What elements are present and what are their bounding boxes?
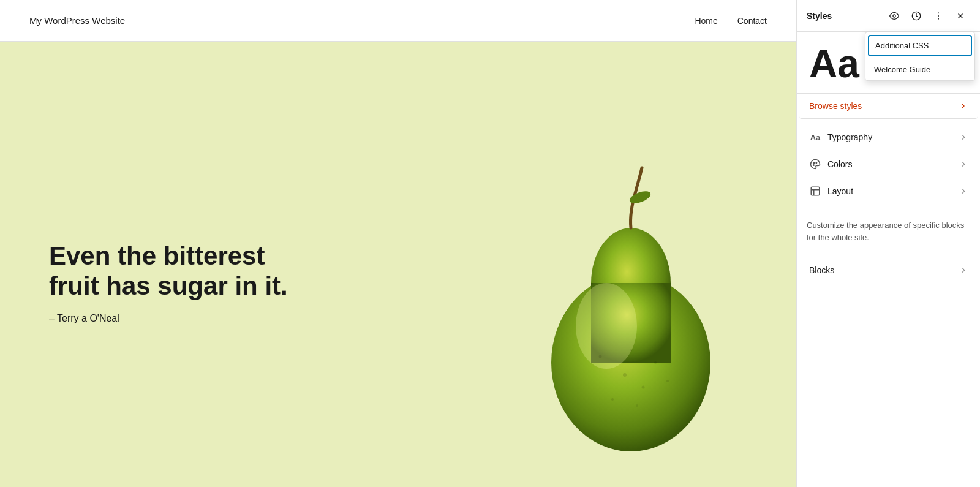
hero-section: Even the bitterest fruit has sugar in it… <box>0 42 796 487</box>
hero-attribution: – Terry a O'Neal <box>49 313 306 324</box>
styles-sidebar: Styles <box>796 0 980 487</box>
svg-point-20 <box>813 165 815 166</box>
hero-quote: Even the bitterest fruit has sugar in it… <box>49 241 306 301</box>
layout-chevron <box>959 187 968 195</box>
browse-styles-label: Browse styles <box>809 101 862 111</box>
svg-point-3 <box>576 283 637 369</box>
site-title: My WordPress Website <box>29 15 125 26</box>
typography-label: Typography <box>827 132 872 142</box>
sidebar-title: Styles <box>807 11 832 21</box>
sidebar-nav-blocks[interactable]: Blocks <box>799 258 978 282</box>
sidebar-nav-typography[interactable]: Aa Typography <box>799 124 978 151</box>
svg-point-5 <box>642 385 645 388</box>
svg-point-21 <box>813 162 815 164</box>
svg-point-7 <box>654 361 657 364</box>
style-preview-text: Aa <box>809 44 859 83</box>
dropdown-menu: Additional CSS Welcome Guide <box>865 32 975 81</box>
site-nav: Home Contact <box>695 16 767 26</box>
svg-point-9 <box>636 404 638 407</box>
more-options-button[interactable] <box>929 6 948 26</box>
close-button[interactable] <box>951 6 970 26</box>
layout-label: Layout <box>827 186 853 196</box>
hero-text: Even the bitterest fruit has sugar in it… <box>49 241 306 324</box>
customize-section: Customize the appearance of specific blo… <box>797 210 980 258</box>
svg-point-6 <box>611 398 614 401</box>
sidebar-header-actions <box>884 6 970 26</box>
typography-chevron <box>959 133 968 142</box>
site-header: My WordPress Website Home Contact <box>0 0 796 42</box>
blocks-label: Blocks <box>809 265 834 275</box>
typography-icon: Aa <box>809 131 821 143</box>
layout-icon <box>809 185 821 197</box>
hero-image <box>514 105 747 461</box>
svg-rect-23 <box>811 187 820 195</box>
preview-area: My WordPress Website Home Contact Even t… <box>0 0 796 487</box>
svg-point-17 <box>938 18 939 19</box>
svg-point-16 <box>938 15 939 17</box>
colors-icon <box>809 158 821 170</box>
svg-point-11 <box>630 349 632 352</box>
nav-contact[interactable]: Contact <box>737 16 767 26</box>
preview-button[interactable] <box>884 6 904 26</box>
svg-point-13 <box>893 15 895 17</box>
sidebar-header: Styles <box>797 0 980 32</box>
colors-chevron <box>959 160 968 168</box>
history-button[interactable] <box>907 6 926 26</box>
sidebar-nav: Aa Typography Colors <box>797 119 980 210</box>
blocks-chevron <box>959 266 968 274</box>
dropdown-welcome-guide[interactable]: Welcome Guide <box>865 59 974 80</box>
sidebar-nav-layout[interactable]: Layout <box>799 178 978 205</box>
browse-styles-row[interactable]: Browse styles <box>799 94 978 119</box>
svg-point-8 <box>599 355 602 358</box>
svg-point-10 <box>666 380 669 382</box>
browse-styles-chevron <box>958 101 968 111</box>
colors-label: Colors <box>827 159 852 169</box>
sidebar-nav-colors[interactable]: Colors <box>799 151 978 178</box>
svg-point-15 <box>938 12 939 13</box>
customize-text: Customize the appearance of specific blo… <box>807 219 970 243</box>
svg-point-22 <box>816 162 817 164</box>
dropdown-additional-css[interactable]: Additional CSS <box>868 35 972 56</box>
nav-home[interactable]: Home <box>695 16 717 26</box>
pear-illustration <box>533 142 729 461</box>
svg-point-4 <box>623 373 627 377</box>
